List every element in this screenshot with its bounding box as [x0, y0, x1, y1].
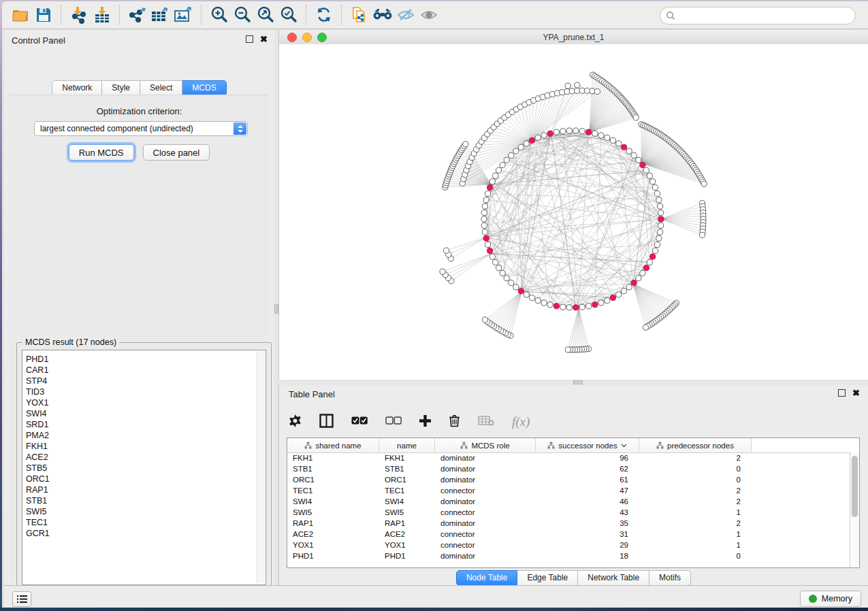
network-node[interactable]	[610, 137, 615, 143]
network-node[interactable]	[592, 131, 598, 136]
horizontal-split-divider[interactable]	[278, 380, 868, 385]
network-node[interactable]	[482, 203, 487, 209]
network-node[interactable]	[699, 232, 705, 237]
network-node[interactable]	[489, 254, 495, 259]
network-node[interactable]	[496, 265, 501, 271]
dominator-node[interactable]	[529, 137, 534, 143]
mcds-result-item[interactable]: PHD1	[22, 354, 257, 365]
zoom-in-button[interactable]	[208, 4, 231, 26]
network-node[interactable]	[652, 248, 658, 253]
mcds-result-item[interactable]: FKH1	[22, 441, 257, 452]
zoom-fit-button[interactable]	[254, 4, 277, 26]
dominator-node[interactable]	[518, 288, 524, 294]
table-row[interactable]: YOX1YOX1connector291	[287, 540, 850, 550]
zoom-out-button[interactable]	[231, 4, 254, 26]
network-node[interactable]	[605, 135, 610, 140]
mcds-result-item[interactable]: TID3	[22, 386, 257, 397]
tab-network-table[interactable]: Network Table	[578, 570, 649, 586]
network-node[interactable]	[496, 167, 501, 173]
network-node[interactable]	[654, 191, 660, 196]
network-node[interactable]	[616, 141, 622, 146]
scrollbar-thumb[interactable]	[852, 456, 858, 517]
dominator-node[interactable]	[610, 295, 615, 301]
network-node[interactable]	[566, 128, 572, 133]
network-node[interactable]	[626, 284, 632, 290]
mcds-result-item[interactable]: YOX1	[22, 397, 257, 408]
table-row[interactable]: FKH1FKH1dominator962	[287, 452, 850, 463]
mcds-result-list[interactable]: PHD1CAR1STP4TID3YOX1SWI4SRD1PMA2FKH1ACE2…	[22, 350, 266, 585]
network-node[interactable]	[575, 88, 580, 93]
dominator-node[interactable]	[573, 305, 579, 310]
network-node[interactable]	[598, 300, 604, 306]
network-node[interactable]	[636, 276, 641, 281]
delete-column-button[interactable]	[449, 414, 460, 430]
network-node[interactable]	[481, 222, 487, 228]
network-node[interactable]	[560, 129, 566, 134]
network-node[interactable]	[565, 347, 570, 352]
network-node[interactable]	[489, 179, 495, 184]
network-node[interactable]	[631, 152, 637, 158]
network-node[interactable]	[605, 298, 610, 303]
network-node[interactable]	[565, 83, 570, 88]
network-node[interactable]	[626, 148, 632, 154]
network-node[interactable]	[482, 229, 487, 235]
network-node[interactable]	[485, 191, 490, 196]
network-node[interactable]	[647, 260, 652, 265]
network-node[interactable]	[636, 157, 641, 163]
tab-style[interactable]: Style	[102, 80, 140, 96]
network-node[interactable]	[640, 270, 645, 276]
mcds-result-item[interactable]: RAP1	[22, 484, 257, 495]
network-node[interactable]	[541, 300, 547, 306]
mcds-result-item[interactable]: SWI5	[22, 506, 257, 517]
dominator-node[interactable]	[592, 302, 598, 308]
dominator-node[interactable]	[483, 235, 489, 241]
network-node[interactable]	[483, 197, 489, 203]
column-header-successor-nodes[interactable]: successor nodes	[536, 438, 639, 452]
mcds-result-item[interactable]: GCR1	[22, 528, 257, 539]
network-node[interactable]	[504, 276, 509, 281]
network-node[interactable]	[518, 144, 524, 150]
network-node[interactable]	[579, 129, 585, 134]
close-panel-button[interactable]: Close panel	[143, 144, 210, 161]
mcds-result-item[interactable]: SWI4	[22, 408, 257, 419]
network-node[interactable]	[654, 242, 660, 247]
table-row[interactable]: ACE2ACE2connector311	[287, 529, 850, 540]
network-node[interactable]	[524, 292, 529, 297]
mcds-result-item[interactable]: STB1	[22, 495, 257, 506]
tab-network[interactable]: Network	[52, 80, 102, 96]
list-scrollbar[interactable]	[257, 351, 265, 584]
search-input[interactable]	[676, 10, 855, 21]
import-table-button[interactable]	[91, 4, 114, 26]
network-node[interactable]	[566, 305, 572, 310]
dominator-node[interactable]	[487, 184, 492, 190]
network-node[interactable]	[652, 184, 658, 190]
network-node[interactable]	[656, 197, 662, 203]
network-node[interactable]	[493, 173, 498, 178]
network-node[interactable]	[656, 235, 662, 241]
close-panel-icon[interactable]: ✖	[260, 36, 268, 42]
table-row[interactable]: STB1STB1dominator620	[287, 463, 850, 474]
network-node[interactable]	[529, 295, 534, 301]
network-node[interactable]	[500, 270, 505, 276]
run-mcds-button[interactable]: Run MCDS	[69, 144, 134, 161]
mcds-result-item[interactable]: ORC1	[22, 474, 257, 484]
close-panel-icon[interactable]: ✖	[852, 390, 860, 396]
column-header-name[interactable]: name	[379, 438, 435, 452]
tab-select[interactable]: Select	[140, 80, 182, 96]
network-node[interactable]	[535, 298, 541, 303]
dominator-node[interactable]	[586, 129, 592, 135]
export-network-button[interactable]	[126, 4, 149, 26]
float-panel-icon[interactable]	[246, 35, 253, 43]
table-row[interactable]: SWI4SWI4dominator462	[287, 496, 850, 507]
save-session-button[interactable]	[32, 4, 55, 26]
network-node[interactable]	[586, 303, 592, 309]
network-node[interactable]	[524, 141, 529, 146]
network-node[interactable]	[560, 304, 566, 310]
network-node[interactable]	[622, 288, 627, 294]
dominator-node[interactable]	[631, 280, 637, 285]
network-window-titlebar[interactable]: YPA_prune.txt_1	[279, 30, 868, 45]
network-node[interactable]	[482, 317, 487, 323]
dominator-node[interactable]	[640, 162, 645, 167]
network-node[interactable]	[513, 284, 519, 290]
network-view[interactable]	[279, 44, 868, 380]
